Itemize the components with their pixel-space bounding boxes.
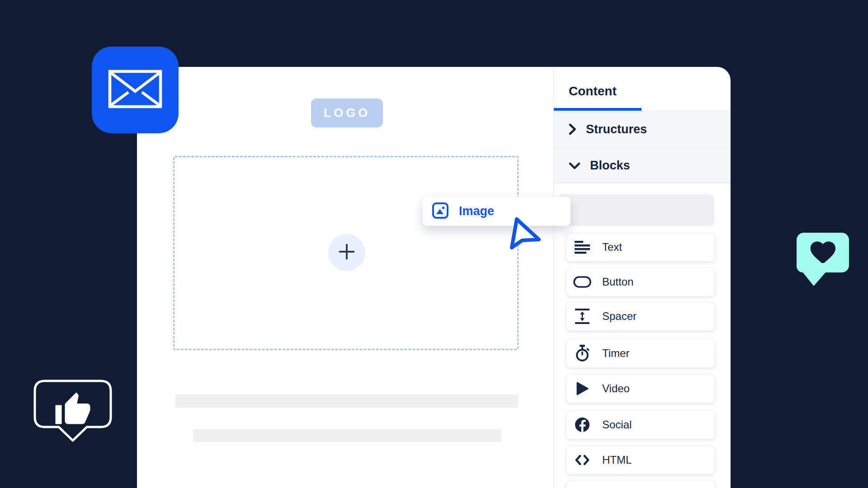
block-card-timer[interactable]: Timer — [566, 339, 715, 368]
logo-text: LOGO — [324, 106, 371, 120]
block-label: Text — [602, 241, 622, 253]
tab-content[interactable]: Content — [569, 84, 617, 99]
accordion-structures[interactable]: Structures — [554, 111, 731, 148]
block-label: Timer — [602, 347, 629, 360]
spacer-arrows-icon — [573, 307, 591, 325]
block-card-html[interactable]: HTML — [566, 446, 715, 474]
block-slot-empty — [558, 194, 714, 226]
block-label: Video — [602, 382, 630, 395]
code-brackets-icon — [573, 451, 591, 469]
block-card-button[interactable]: Button — [566, 267, 715, 296]
block-card-text[interactable]: Text — [566, 233, 715, 262]
text-lines-icon — [573, 238, 591, 256]
text-placeholder-bar — [193, 429, 501, 442]
block-card-spacer[interactable]: Spacer — [566, 302, 715, 331]
block-label: Spacer — [602, 310, 637, 323]
accordion-blocks[interactable]: Blocks — [554, 148, 731, 183]
chevron-right-icon — [569, 123, 576, 135]
block-label: HTML — [602, 454, 632, 466]
block-label: Button — [602, 276, 633, 288]
mouse-cursor-icon — [508, 215, 543, 254]
email-canvas: LOGO — [137, 67, 553, 488]
image-icon — [432, 202, 449, 221]
add-block-button[interactable] — [328, 234, 365, 271]
play-icon — [573, 380, 591, 398]
dragged-image-block[interactable]: Image — [423, 197, 571, 226]
block-card-social[interactable]: Social — [566, 410, 715, 439]
button-pill-icon — [573, 273, 591, 291]
facebook-icon — [573, 416, 591, 434]
thumbs-up-bubble-icon — [33, 379, 113, 447]
block-card-partial[interactable] — [566, 480, 715, 488]
plus-icon — [336, 241, 357, 264]
block-label: Social — [602, 418, 632, 431]
text-placeholder-bar — [175, 394, 518, 408]
drag-chip-label: Image — [459, 204, 494, 218]
chevron-down-icon — [569, 162, 580, 169]
editor-illustration: LOGO Content Structures — [0, 0, 868, 488]
accordion-label: Structures — [586, 122, 647, 136]
stopwatch-icon — [573, 344, 591, 362]
heart-bubble-icon — [797, 233, 849, 290]
accordion-label: Blocks — [590, 159, 630, 173]
envelope-badge — [92, 47, 179, 133]
block-card-video[interactable]: Video — [566, 374, 715, 403]
logo-placeholder-block[interactable]: LOGO — [311, 99, 383, 127]
content-sidebar: Content Structures Blocks — [553, 67, 731, 488]
envelope-icon — [108, 70, 162, 110]
